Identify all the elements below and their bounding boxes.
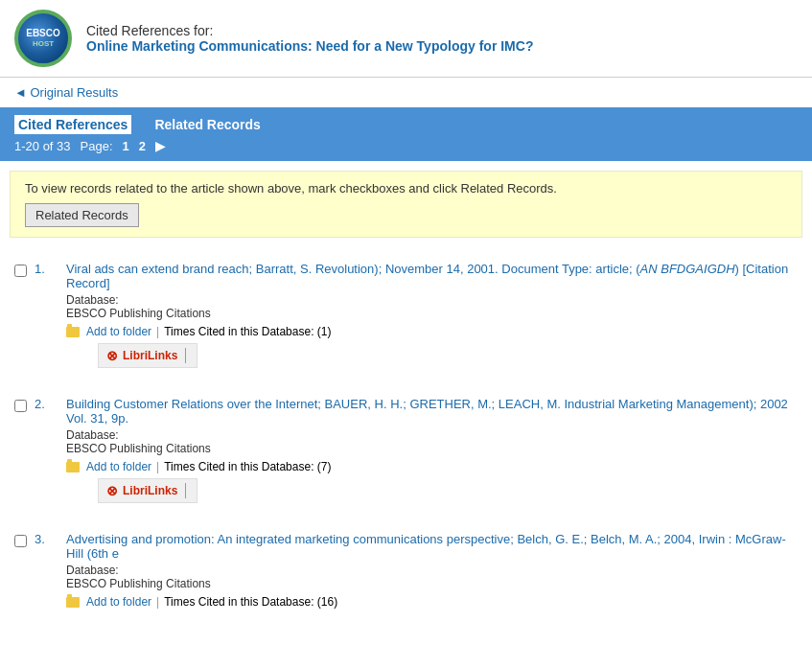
record-2-title: Building Customer Relations over the Int… [66, 397, 798, 426]
record-1-add-folder[interactable]: Add to folder [86, 325, 151, 338]
record-2-db-name: EBSCO Publishing Citations [66, 442, 798, 455]
toolbar-tabs: Cited References Related Records [14, 115, 798, 134]
librilinks-label[interactable]: LibriLinks [123, 484, 177, 497]
librilinks-icon: ⊗ [106, 348, 118, 363]
record-2-add-folder[interactable]: Add to folder [86, 460, 151, 473]
record-2-number: 2. [35, 397, 58, 411]
toolbar: Cited References Related Records 1-20 of… [0, 107, 812, 161]
record-2-checkbox[interactable] [14, 400, 27, 412]
record-3-title-link[interactable]: Advertising and promotion: An integrated… [66, 532, 786, 561]
separator: | [156, 325, 159, 338]
record-3-checkbox[interactable] [14, 535, 27, 547]
record-1-times-cited: Times Cited in this Database: (1) [164, 325, 331, 338]
table-row: 3. Advertising and promotion: An integra… [10, 522, 802, 618]
tab-cited-references[interactable]: Cited References [14, 115, 131, 134]
record-3-db-name: EBSCO Publishing Citations [66, 577, 798, 590]
table-row: 2. Building Customer Relations over the … [10, 387, 802, 522]
cited-for-label: Cited References for: [86, 23, 533, 38]
record-1-db-label: Database: [66, 293, 798, 307]
separator: | [156, 460, 159, 473]
breadcrumb: ◄ Original Results [0, 78, 812, 107]
article-title-link[interactable]: Online Marketing Communications: Need fo… [86, 38, 533, 54]
logo-text: EBSCO HOST [26, 28, 60, 49]
record-1-number: 1. [35, 262, 58, 276]
librilinks-divider [185, 483, 186, 498]
page-2-link[interactable]: 2 [139, 139, 146, 153]
record-3-times-cited: Times Cited in this Database: (16) [164, 595, 337, 609]
folder-icon [66, 327, 80, 337]
record-3-title: Advertising and promotion: An integrated… [66, 532, 798, 561]
header-text: Cited References for: Online Marketing C… [86, 23, 533, 54]
record-3-add-folder[interactable]: Add to folder [86, 595, 151, 609]
ebsco-logo: EBSCO HOST [14, 10, 72, 67]
record-3-db-label: Database: [66, 564, 798, 577]
record-1-librilinks: ⊗ LibriLinks [98, 343, 197, 368]
page-label: Page: [81, 139, 113, 153]
record-1-db-name: EBSCO Publishing Citations [66, 307, 798, 320]
record-1-title-link[interactable]: Viral ads can extend brand reach; Barrat… [66, 262, 788, 290]
record-3-content: Advertising and promotion: An integrated… [66, 532, 798, 609]
record-2-content: Building Customer Relations over the Int… [66, 397, 798, 513]
separator: | [156, 595, 159, 609]
record-2-title-link[interactable]: Building Customer Relations over the Int… [66, 397, 788, 426]
related-records-button[interactable]: Related Records [25, 203, 139, 227]
record-1-content: Viral ads can extend brand reach; Barrat… [66, 262, 798, 378]
record-2-librilinks: ⊗ LibriLinks [98, 478, 197, 503]
record-1-checkbox[interactable] [14, 265, 27, 277]
record-2-actions: Add to folder | Times Cited in this Data… [66, 460, 798, 473]
records-list: 1. Viral ads can extend brand reach; Bar… [0, 247, 812, 623]
toolbar-info: 1-20 of 33 Page: 1 2 ▶ [14, 139, 798, 153]
tab-related-records[interactable]: Related Records [151, 115, 264, 134]
notice-banner: To view records related to the article s… [10, 171, 802, 238]
record-1-actions: Add to folder | Times Cited in this Data… [66, 325, 798, 338]
table-row: 1. Viral ads can extend brand reach; Bar… [10, 252, 802, 387]
record-3-number: 3. [35, 532, 58, 546]
record-3-actions: Add to folder | Times Cited in this Data… [66, 595, 798, 609]
notice-text: To view records related to the article s… [25, 181, 787, 196]
folder-icon [66, 597, 80, 608]
folder-icon [66, 462, 80, 472]
record-2-times-cited: Times Cited in this Database: (7) [164, 460, 331, 473]
librilinks-icon: ⊗ [106, 483, 118, 498]
record-2-db-label: Database: [66, 428, 798, 442]
librilinks-label[interactable]: LibriLinks [123, 349, 177, 362]
original-results-link[interactable]: ◄ Original Results [14, 85, 118, 100]
record-range: 1-20 of 33 [14, 139, 71, 153]
librilinks-divider [185, 348, 186, 363]
header: EBSCO HOST Cited References for: Online … [0, 0, 812, 78]
record-1-title: Viral ads can extend brand reach; Barrat… [66, 262, 798, 290]
page-1-link[interactable]: 1 [123, 139, 129, 153]
next-page-arrow[interactable]: ▶ [155, 139, 165, 153]
